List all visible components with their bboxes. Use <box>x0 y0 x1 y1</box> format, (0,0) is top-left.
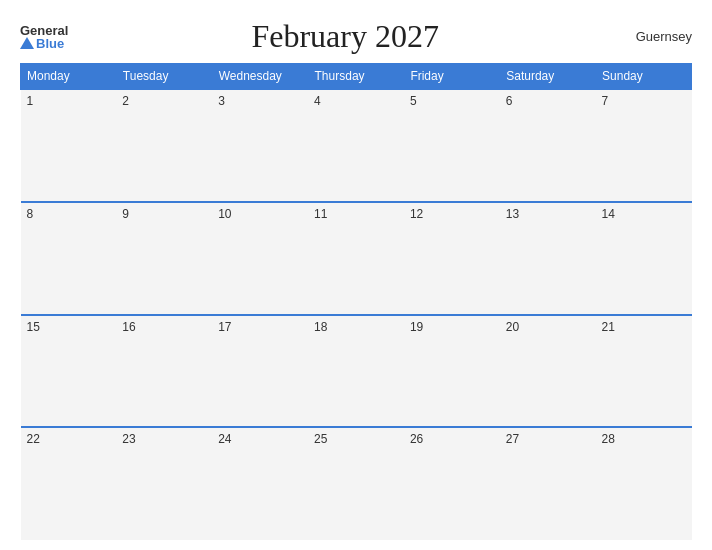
day-number: 14 <box>602 207 615 221</box>
calendar-cell-22: 22 <box>21 427 117 540</box>
calendar-cell-19: 19 <box>404 315 500 428</box>
day-number: 22 <box>27 432 40 446</box>
day-number: 20 <box>506 320 519 334</box>
col-saturday: Saturday <box>500 64 596 90</box>
calendar-cell-14: 14 <box>596 202 692 315</box>
day-number: 24 <box>218 432 231 446</box>
day-number: 6 <box>506 94 513 108</box>
calendar-cell-9: 9 <box>116 202 212 315</box>
col-thursday: Thursday <box>308 64 404 90</box>
day-number: 15 <box>27 320 40 334</box>
country-label: Guernsey <box>622 29 692 44</box>
logo-blue-text: Blue <box>20 37 64 50</box>
day-number: 26 <box>410 432 423 446</box>
day-number: 21 <box>602 320 615 334</box>
calendar-cell-17: 17 <box>212 315 308 428</box>
calendar-cell-8: 8 <box>21 202 117 315</box>
calendar-cell-18: 18 <box>308 315 404 428</box>
day-number: 2 <box>122 94 129 108</box>
day-number: 7 <box>602 94 609 108</box>
calendar-cell-5: 5 <box>404 89 500 202</box>
calendar-cell-3: 3 <box>212 89 308 202</box>
calendar-week-row-4: 22232425262728 <box>21 427 692 540</box>
calendar-cell-26: 26 <box>404 427 500 540</box>
col-tuesday: Tuesday <box>116 64 212 90</box>
calendar-table: Monday Tuesday Wednesday Thursday Friday… <box>20 63 692 540</box>
calendar-cell-21: 21 <box>596 315 692 428</box>
logo-general-text: General <box>20 24 68 37</box>
calendar-cell-23: 23 <box>116 427 212 540</box>
day-number: 10 <box>218 207 231 221</box>
calendar-cell-10: 10 <box>212 202 308 315</box>
calendar-cell-12: 12 <box>404 202 500 315</box>
day-number: 5 <box>410 94 417 108</box>
calendar-cell-16: 16 <box>116 315 212 428</box>
calendar-page: General Blue February 2027 Guernsey Mond… <box>0 0 712 550</box>
col-wednesday: Wednesday <box>212 64 308 90</box>
day-number: 3 <box>218 94 225 108</box>
day-number: 27 <box>506 432 519 446</box>
calendar-title: February 2027 <box>68 18 622 55</box>
day-number: 19 <box>410 320 423 334</box>
col-sunday: Sunday <box>596 64 692 90</box>
days-header-row: Monday Tuesday Wednesday Thursday Friday… <box>21 64 692 90</box>
day-number: 12 <box>410 207 423 221</box>
day-number: 18 <box>314 320 327 334</box>
day-number: 25 <box>314 432 327 446</box>
day-number: 8 <box>27 207 34 221</box>
day-number: 28 <box>602 432 615 446</box>
header: General Blue February 2027 Guernsey <box>20 18 692 55</box>
calendar-cell-27: 27 <box>500 427 596 540</box>
day-number: 23 <box>122 432 135 446</box>
calendar-week-row-1: 1234567 <box>21 89 692 202</box>
day-number: 4 <box>314 94 321 108</box>
calendar-cell-13: 13 <box>500 202 596 315</box>
calendar-cell-7: 7 <box>596 89 692 202</box>
calendar-week-row-3: 15161718192021 <box>21 315 692 428</box>
day-number: 9 <box>122 207 129 221</box>
day-number: 11 <box>314 207 327 221</box>
calendar-cell-2: 2 <box>116 89 212 202</box>
day-number: 13 <box>506 207 519 221</box>
calendar-cell-1: 1 <box>21 89 117 202</box>
calendar-body: 1234567891011121314151617181920212223242… <box>21 89 692 540</box>
day-number: 17 <box>218 320 231 334</box>
calendar-cell-25: 25 <box>308 427 404 540</box>
calendar-cell-15: 15 <box>21 315 117 428</box>
calendar-cell-6: 6 <box>500 89 596 202</box>
logo: General Blue <box>20 24 68 50</box>
calendar-cell-20: 20 <box>500 315 596 428</box>
col-monday: Monday <box>21 64 117 90</box>
day-number: 1 <box>27 94 34 108</box>
calendar-cell-28: 28 <box>596 427 692 540</box>
day-number: 16 <box>122 320 135 334</box>
calendar-cell-4: 4 <box>308 89 404 202</box>
col-friday: Friday <box>404 64 500 90</box>
logo-triangle-icon <box>20 37 34 49</box>
calendar-cell-24: 24 <box>212 427 308 540</box>
calendar-cell-11: 11 <box>308 202 404 315</box>
calendar-week-row-2: 891011121314 <box>21 202 692 315</box>
